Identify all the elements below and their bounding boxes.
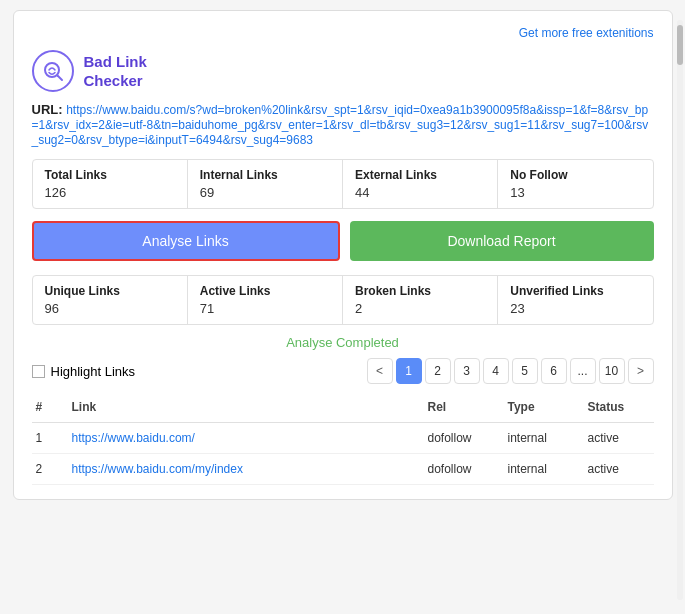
stat-active-links-value: 71 xyxy=(200,301,330,316)
stat-unverified-links-value: 23 xyxy=(510,301,640,316)
stat-external-links: External Links 44 xyxy=(343,160,498,208)
pagination-page-5[interactable]: 5 xyxy=(512,358,538,384)
stat-total-links-label: Total Links xyxy=(45,168,175,182)
stat-unverified-links: Unverified Links 23 xyxy=(498,276,652,324)
table-row: 1 https://www.baidu.com/ dofollow intern… xyxy=(32,423,654,454)
pagination-page-3[interactable]: 3 xyxy=(454,358,480,384)
pagination-page-1[interactable]: 1 xyxy=(396,358,422,384)
url-label: URL: xyxy=(32,102,63,117)
download-report-button[interactable]: Download Report xyxy=(350,221,654,261)
table-header-num: # xyxy=(32,397,68,417)
table-header-link: Link xyxy=(68,397,424,417)
highlight-links-label: Highlight Links xyxy=(51,364,136,379)
stat-external-links-label: External Links xyxy=(355,168,485,182)
pagination-next[interactable]: > xyxy=(628,358,654,384)
stat-unique-links-label: Unique Links xyxy=(45,284,175,298)
stat-no-follow-value: 13 xyxy=(510,185,640,200)
stat-internal-links-label: Internal Links xyxy=(200,168,330,182)
row-2-type: internal xyxy=(504,459,584,479)
row-1-status: active xyxy=(584,428,654,448)
stats-row-1: Total Links 126 Internal Links 69 Extern… xyxy=(32,159,654,209)
stat-active-links: Active Links 71 xyxy=(188,276,343,324)
url-section: URL: https://www.baidu.com/s?wd=broken%2… xyxy=(32,102,654,147)
row-1-link[interactable]: https://www.baidu.com/ xyxy=(68,428,424,448)
stat-active-links-label: Active Links xyxy=(200,284,330,298)
pagination: < 1 2 3 4 5 6 ... 10 > xyxy=(367,358,654,384)
stat-total-links: Total Links 126 xyxy=(33,160,188,208)
row-1-type: internal xyxy=(504,428,584,448)
svg-line-1 xyxy=(57,76,62,81)
pagination-page-2[interactable]: 2 xyxy=(425,358,451,384)
analyse-completed-status: Analyse Completed xyxy=(32,335,654,350)
stat-no-follow: No Follow 13 xyxy=(498,160,652,208)
stat-broken-links-value: 2 xyxy=(355,301,485,316)
stat-unique-links-value: 96 xyxy=(45,301,175,316)
table-header: # Link Rel Type Status xyxy=(32,392,654,423)
highlight-pagination-row: Highlight Links < 1 2 3 4 5 6 ... 10 > xyxy=(32,358,654,384)
action-row: Analyse Links Download Report xyxy=(32,221,654,261)
row-2-status: active xyxy=(584,459,654,479)
analyse-links-button[interactable]: Analyse Links xyxy=(32,221,340,261)
table-row: 2 https://www.baidu.com/my/index dofollo… xyxy=(32,454,654,485)
logo-icon xyxy=(32,50,74,92)
stat-internal-links-value: 69 xyxy=(200,185,330,200)
app-header: Bad LinkChecker xyxy=(32,50,654,92)
top-link-section: Get more free extenitions xyxy=(32,25,654,40)
stat-broken-links-label: Broken Links xyxy=(355,284,485,298)
row-2-link[interactable]: https://www.baidu.com/my/index xyxy=(68,459,424,479)
app-title: Bad LinkChecker xyxy=(84,52,147,91)
stat-unique-links: Unique Links 96 xyxy=(33,276,188,324)
scrollbar-track[interactable] xyxy=(677,20,683,600)
pagination-page-6[interactable]: 6 xyxy=(541,358,567,384)
stat-unverified-links-label: Unverified Links xyxy=(510,284,640,298)
extensions-link[interactable]: Get more free extenitions xyxy=(519,26,654,40)
pagination-prev[interactable]: < xyxy=(367,358,393,384)
scrollbar-thumb[interactable] xyxy=(677,25,683,65)
row-2-num: 2 xyxy=(32,459,68,479)
table-header-status: Status xyxy=(584,397,654,417)
stat-no-follow-label: No Follow xyxy=(510,168,640,182)
stats-row-2: Unique Links 96 Active Links 71 Broken L… xyxy=(32,275,654,325)
highlight-links-checkbox[interactable] xyxy=(32,365,45,378)
pagination-page-10[interactable]: 10 xyxy=(599,358,625,384)
stat-external-links-value: 44 xyxy=(355,185,485,200)
pagination-ellipsis: ... xyxy=(570,358,596,384)
pagination-page-4[interactable]: 4 xyxy=(483,358,509,384)
table-header-rel: Rel xyxy=(424,397,504,417)
stat-total-links-value: 126 xyxy=(45,185,175,200)
stat-broken-links: Broken Links 2 xyxy=(343,276,498,324)
row-1-num: 1 xyxy=(32,428,68,448)
table-header-type: Type xyxy=(504,397,584,417)
row-2-rel: dofollow xyxy=(424,459,504,479)
stat-internal-links: Internal Links 69 xyxy=(188,160,343,208)
highlight-section: Highlight Links xyxy=(32,364,136,379)
row-1-rel: dofollow xyxy=(424,428,504,448)
url-link[interactable]: https://www.baidu.com/s?wd=broken%20link… xyxy=(32,103,649,147)
